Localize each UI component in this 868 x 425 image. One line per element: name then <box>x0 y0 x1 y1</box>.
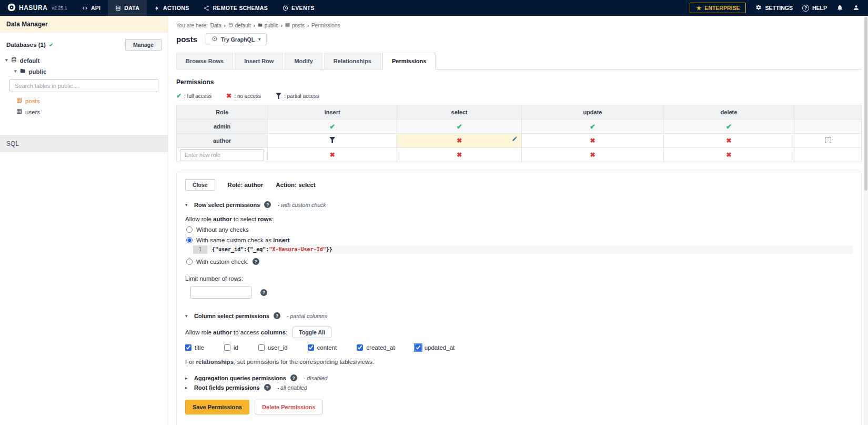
try-graphql-label: Try GraphQL <box>221 36 255 43</box>
sidebar: Data Manager Databases (1) ✔ Manage ▾ de… <box>0 16 168 425</box>
nav-item-label: ACTIONS <box>163 5 189 11</box>
try-graphql-button[interactable]: Try GraphQL ▾ <box>206 33 267 45</box>
close-button[interactable]: Close <box>185 179 215 191</box>
checkbox-input[interactable] <box>224 344 230 351</box>
permission-cell-author-select[interactable]: ✖ <box>397 134 522 148</box>
manage-button[interactable]: Manage <box>125 39 162 51</box>
lightning-icon <box>154 5 160 11</box>
sidebar-section-sql[interactable]: SQL <box>0 135 168 152</box>
column-checkbox-title[interactable]: title <box>185 344 204 351</box>
column-checkbox-id[interactable]: id <box>224 344 238 351</box>
new-role-input[interactable] <box>180 149 264 161</box>
tab-browse-rows[interactable]: Browse Rows <box>176 53 233 69</box>
row-select-status: - with custom check <box>277 202 326 208</box>
delete-permissions-button[interactable]: Delete Permissions <box>255 400 323 414</box>
radio-input[interactable] <box>186 259 193 265</box>
user-menu-button[interactable] <box>853 4 860 12</box>
settings-button[interactable]: SETTINGS <box>755 4 793 12</box>
help-button[interactable]: ? HELP <box>802 5 827 12</box>
table-icon <box>16 108 22 115</box>
section-aggregation-permissions[interactable]: ▸ Aggregation queries permissions ? - di… <box>185 374 853 381</box>
scrollbar-thumb[interactable] <box>864 17 867 191</box>
permission-cell-new-update[interactable]: ✖ <box>522 148 664 162</box>
nav-item-data[interactable]: DATA <box>108 0 147 16</box>
nav-item-label: EVENTS <box>291 5 315 11</box>
code-icon <box>82 5 88 11</box>
scrollbar[interactable] <box>864 16 868 425</box>
checkbox-input[interactable] <box>258 344 265 351</box>
editor-role-label: Role: author <box>228 182 264 188</box>
sidebar-table-users[interactable]: users <box>5 106 162 117</box>
chevron-down-icon: ▾ <box>14 69 17 74</box>
tree-item-public-schema[interactable]: ▾ public <box>5 66 162 77</box>
database-tree: ▾ default ▾ public posts users <box>0 54 168 117</box>
column-checkbox-updated-at[interactable]: updated_at <box>415 344 455 351</box>
schema-name: public <box>29 68 47 75</box>
database-icon <box>115 5 121 11</box>
permission-cell-new-select[interactable]: ✖ <box>397 148 522 162</box>
section-row-select-permissions[interactable]: ▾ Row select permissions ? - with custom… <box>185 201 853 208</box>
tab-insert-row[interactable]: Insert Row <box>235 53 283 69</box>
permission-cell-author-update[interactable]: ✖ <box>522 134 664 148</box>
hasura-brand[interactable]: HASURA v2.25.1 <box>0 0 75 16</box>
save-permissions-button[interactable]: Save Permissions <box>185 400 249 414</box>
breadcrumb-data[interactable]: Data <box>210 23 221 28</box>
section-column-select-permissions[interactable]: ▾ Column select permissions ? - partial … <box>185 312 853 319</box>
enterprise-button[interactable]: ★ ENTERPRISE <box>690 3 746 13</box>
radio-input[interactable] <box>186 226 193 233</box>
help-icon: ? <box>290 374 297 381</box>
checkbox-input[interactable] <box>185 344 191 351</box>
check-icon: ✔ <box>726 123 732 130</box>
tree-item-default-database[interactable]: ▾ default <box>5 55 162 66</box>
header-update: update <box>522 105 664 120</box>
section-root-fields-permissions[interactable]: ▸ Root fields permissions ? - all enable… <box>185 384 853 391</box>
breadcrumb-default[interactable]: default <box>228 23 251 28</box>
column-checkbox-content[interactable]: content <box>308 344 337 351</box>
sidebar-table-posts[interactable]: posts <box>5 95 162 106</box>
chevron-right-icon: › <box>307 23 309 28</box>
permission-cell-author-insert[interactable] <box>268 134 397 148</box>
editor-action-label: Action: select <box>276 182 315 188</box>
databases-label: Databases (1) <box>6 42 46 48</box>
nav-item-label: API <box>91 5 100 11</box>
permission-cell-admin-delete[interactable]: ✔ <box>663 120 794 134</box>
permission-cell-admin-select[interactable]: ✔ <box>397 120 522 134</box>
search-tables-input[interactable] <box>9 79 158 92</box>
radio-same-custom-check[interactable]: With same custom check as insert <box>185 237 853 243</box>
radio-without-checks[interactable]: Without any checks <box>185 226 853 233</box>
permissions-heading: Permissions <box>176 78 862 86</box>
folder-icon <box>20 68 26 75</box>
edit-pencil-icon[interactable] <box>512 136 518 143</box>
limit-rows-input[interactable] <box>190 286 251 299</box>
tab-permissions[interactable]: Permissions <box>382 53 436 70</box>
check-icon: ✔ <box>590 123 596 130</box>
checkbox-input[interactable] <box>415 344 421 351</box>
tab-relationships[interactable]: Relationships <box>324 53 381 69</box>
breadcrumb-posts[interactable]: posts <box>285 23 305 28</box>
column-checkbox-created-at[interactable]: created_at <box>357 344 395 351</box>
radio-with-custom-check[interactable]: With custom check: ? <box>185 258 853 265</box>
breadcrumb-public[interactable]: public <box>258 23 278 28</box>
toggle-all-button[interactable]: Toggle All <box>292 327 331 338</box>
database-icon <box>228 23 233 28</box>
column-checkbox-user-id[interactable]: user_id <box>258 344 288 351</box>
tab-modify[interactable]: Modify <box>285 53 322 69</box>
permission-cell-new-insert[interactable]: ✖ <box>268 148 397 162</box>
help-icon: ? <box>253 258 259 265</box>
check-icon: ✔ <box>329 123 335 130</box>
nav-item-events[interactable]: EVENTS <box>275 0 322 16</box>
checkbox-input[interactable] <box>357 344 363 351</box>
permission-cell-author-delete[interactable]: ✖ <box>663 134 794 148</box>
permission-cell-admin-insert[interactable]: ✔ <box>268 120 397 134</box>
nav-item-api[interactable]: API <box>75 0 108 16</box>
nav-item-remote-schemas[interactable]: REMOTE SCHEMAS <box>196 0 275 16</box>
permission-cell-admin-update[interactable]: ✔ <box>522 120 664 134</box>
bulk-select-checkbox[interactable] <box>825 137 831 143</box>
checkbox-input[interactable] <box>308 344 314 351</box>
permission-cell-new-delete[interactable]: ✖ <box>663 148 794 162</box>
notifications-button[interactable] <box>836 4 843 12</box>
chevron-right-icon: › <box>281 23 282 28</box>
radio-input[interactable] <box>186 237 193 243</box>
gear-icon <box>755 4 762 12</box>
nav-item-actions[interactable]: ACTIONS <box>147 0 196 16</box>
